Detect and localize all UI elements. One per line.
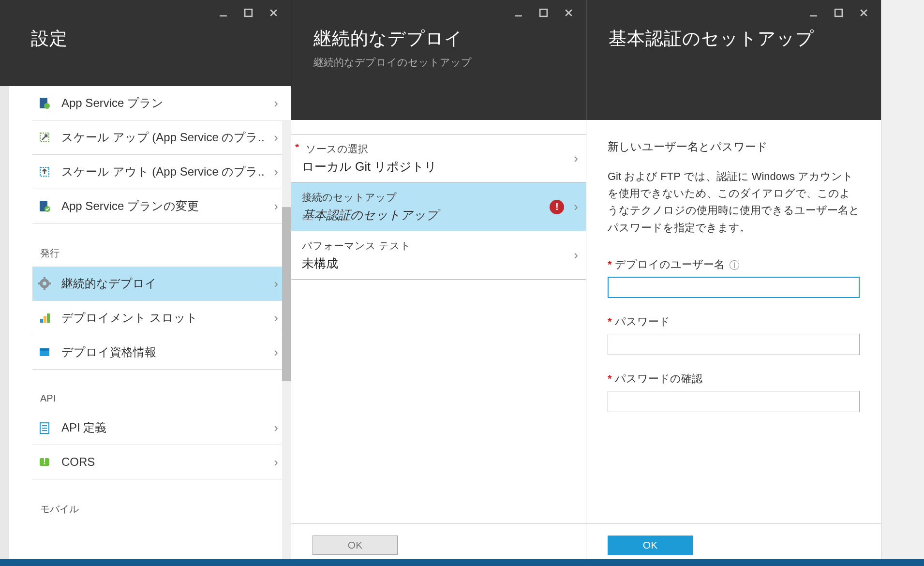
ok-button[interactable]: OK	[608, 536, 693, 555]
deploy-body: *ソースの選択 ローカル Git リポジトリ › 接続のセットアップ 基本認証の…	[291, 120, 586, 566]
chevron-right-icon: ›	[574, 248, 578, 263]
menu-label: 継続的なデプロイ	[61, 276, 270, 291]
panel-spacer	[291, 120, 586, 134]
auth-body: 新しいユーザー名とパスワード Git および FTP では、認証に Window…	[586, 120, 881, 566]
scrollbar[interactable]	[282, 120, 291, 566]
panel-performance-test[interactable]: パフォーマンス テスト 未構成 ›	[291, 231, 586, 280]
menu-item-api-definition[interactable]: API 定義 ›	[32, 411, 286, 445]
chevron-right-icon: ›	[274, 276, 278, 291]
menu-label: スケール アップ (App Service のプラ..	[61, 130, 270, 145]
menu-item-deployment-slots[interactable]: デプロイメント スロット ›	[32, 301, 286, 335]
menu-item-continuous-deploy[interactable]: 継続的なデプロイ ›	[32, 267, 286, 301]
username-label: デプロイのユーザー名	[615, 258, 725, 270]
field-label: パフォーマンス テスト	[302, 239, 570, 253]
panel-source-selection[interactable]: *ソースの選択 ローカル Git リポジトリ ›	[291, 134, 586, 183]
section-publish: 発行	[32, 223, 286, 267]
gear-icon	[37, 276, 52, 291]
scale-out-icon	[37, 164, 52, 179]
blade-title: 継続的なデプロイ	[313, 27, 564, 51]
maximize-icon[interactable]	[237, 3, 260, 22]
password-label: パスワード	[615, 315, 670, 328]
menu-label: API 定義	[61, 420, 270, 435]
confirm-password-label: パスワードの確認	[615, 372, 702, 385]
chevron-right-icon: ›	[274, 345, 278, 360]
svg-rect-32	[835, 9, 842, 16]
menu-label: デプロイメント スロット	[61, 310, 270, 326]
chevron-right-icon: ›	[274, 420, 278, 435]
api-definition-icon	[37, 420, 52, 435]
close-icon[interactable]	[262, 3, 285, 22]
info-icon[interactable]: i	[730, 260, 739, 270]
svg-rect-18	[47, 313, 50, 323]
field-label: ソースの選択	[306, 143, 368, 154]
field-value: ローカル Git リポジトリ	[302, 159, 570, 175]
blade-header: 継続的なデプロイ 継続的なデプロイのセットアップ	[291, 0, 586, 120]
minimize-icon[interactable]	[507, 3, 530, 22]
slots-icon	[37, 311, 52, 325]
confirm-password-input[interactable]	[608, 391, 860, 412]
menu-item-deploy-credentials[interactable]: デプロイ資格情報 ›	[32, 335, 286, 370]
chevron-right-icon: ›	[574, 199, 578, 214]
svg-rect-20	[40, 348, 49, 351]
svg-point-5	[44, 103, 50, 109]
close-icon[interactable]	[852, 3, 875, 22]
menu-item-scale-up[interactable]: スケール アップ (App Service のプラ.. ›	[32, 120, 286, 155]
scale-up-icon	[37, 130, 52, 145]
bottom-bar	[0, 559, 924, 566]
chevron-right-icon: ›	[274, 455, 278, 470]
chevron-right-icon: ›	[274, 130, 278, 145]
chevron-right-icon: ›	[274, 96, 278, 111]
settings-body: App Service プラン › スケール アップ (App Service …	[9, 86, 291, 566]
username-input[interactable]	[608, 277, 860, 298]
menu-item-cors[interactable]: ! CORS ›	[32, 445, 286, 479]
menu-label: スケール アウト (App Service のプラ..	[61, 164, 270, 179]
menu-label: App Service プラン	[61, 95, 270, 111]
ok-button[interactable]: OK	[313, 536, 398, 555]
menu-label: CORS	[61, 455, 270, 469]
field-value: 未構成	[302, 255, 570, 271]
scrollbar-thumb[interactable]	[282, 207, 291, 381]
chevron-right-icon: ›	[274, 164, 278, 179]
field-label: 接続のセットアップ	[302, 191, 550, 204]
blade-title: 基本認証のセットアップ	[609, 27, 859, 51]
menu-label: App Service プランの変更	[61, 198, 270, 214]
password-input[interactable]	[608, 334, 860, 355]
svg-rect-16	[40, 319, 43, 323]
maximize-icon[interactable]	[532, 3, 555, 22]
section-mobile: モバイル	[32, 479, 286, 522]
svg-rect-17	[44, 316, 46, 323]
minimize-icon[interactable]	[211, 3, 235, 22]
cors-icon: !	[37, 455, 52, 469]
menu-item-app-service-plan[interactable]: App Service プラン ›	[32, 86, 286, 120]
blade-settings: 設定 App Service プラン › スケール アップ (App Servi…	[0, 0, 291, 566]
credentials-icon	[37, 345, 52, 359]
svg-text:!: !	[43, 457, 46, 466]
blade-header: 設定	[0, 0, 291, 86]
server-icon	[37, 96, 52, 110]
svg-point-11	[43, 282, 46, 285]
chevron-right-icon: ›	[274, 311, 278, 326]
svg-rect-1	[245, 9, 252, 16]
chevron-right-icon: ›	[574, 151, 578, 166]
section-api: API	[32, 370, 286, 411]
minimize-icon[interactable]	[802, 3, 825, 22]
maximize-icon[interactable]	[827, 3, 850, 22]
menu-item-change-plan[interactable]: App Service プランの変更 ›	[32, 189, 286, 223]
menu-label: デプロイ資格情報	[61, 344, 270, 360]
svg-rect-28	[540, 9, 547, 16]
change-plan-icon	[37, 199, 52, 213]
blade-subtitle: 継続的なデプロイのセットアップ	[313, 56, 564, 69]
menu-item-scale-out[interactable]: スケール アウト (App Service のプラ.. ›	[32, 155, 286, 189]
blade-header: 基本認証のセットアップ	[586, 0, 881, 120]
chevron-right-icon: ›	[274, 199, 278, 214]
blade-continuous-deploy: 継続的なデプロイ 継続的なデプロイのセットアップ *ソースの選択 ローカル Gi…	[291, 0, 586, 566]
form-heading: 新しいユーザー名とパスワード	[608, 139, 860, 154]
blade-basic-auth: 基本認証のセットアップ 新しいユーザー名とパスワード Git および FTP で…	[586, 0, 881, 566]
close-icon[interactable]	[557, 3, 580, 22]
form-description: Git および FTP では、認証に Windows アカウントを使用できないた…	[608, 168, 860, 236]
blade-title: 設定	[31, 27, 268, 51]
error-badge-icon: !	[550, 200, 564, 214]
panel-connection-setup[interactable]: 接続のセットアップ 基本認証のセットアップ ! ›	[291, 183, 586, 231]
field-value: 基本認証のセットアップ	[302, 207, 550, 223]
